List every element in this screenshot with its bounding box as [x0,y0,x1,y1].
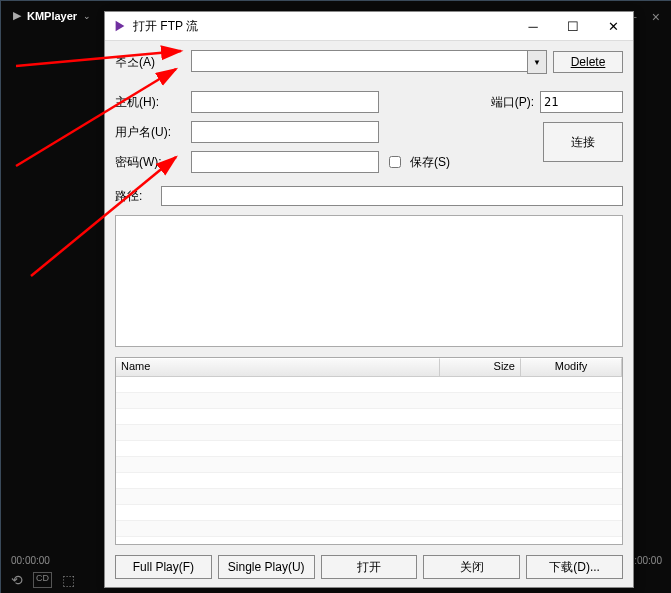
list-item[interactable] [116,393,622,409]
user-label: 用户名(U): [115,124,185,141]
list-item[interactable] [116,441,622,457]
close-dialog-button[interactable]: 关闭 [423,555,520,579]
address-input[interactable] [191,50,527,72]
list-item[interactable] [116,377,622,393]
dropdown-icon[interactable]: ▼ [527,50,547,74]
button-bar: Full Play(F) Single Play(U) 打开 关闭 下载(D).… [115,549,623,579]
open-button[interactable]: 打开 [321,555,418,579]
list-item[interactable] [116,473,622,489]
user-input[interactable] [191,121,379,143]
svg-marker-1 [116,21,125,32]
delete-button[interactable]: Delete [553,51,623,73]
content-area [115,215,623,347]
close-button[interactable]: ✕ [593,12,633,40]
port-label: 端口(P): [491,94,534,111]
chevron-down-icon[interactable]: ⌄ [83,11,91,21]
list-item[interactable] [116,521,622,537]
close-icon[interactable]: × [652,9,660,25]
column-name[interactable]: Name [116,358,440,376]
password-input[interactable] [191,151,379,173]
list-item[interactable] [116,409,622,425]
kmplayer-titlebar: ▶ KMPlayer ⌄ [13,9,91,22]
file-list[interactable]: Name Size Modify [115,357,623,545]
download-button[interactable]: 下载(D)... [526,555,623,579]
list-body[interactable] [116,377,622,544]
list-item[interactable] [116,425,622,441]
address-label: 주소(A) [115,54,185,71]
address-combo[interactable]: ▼ [191,50,547,74]
cc-icon[interactable]: CD [33,572,52,588]
rewind-icon[interactable]: ⟲ [11,572,23,588]
single-play-button[interactable]: Single Play(U) [218,555,315,579]
password-label: 密码(W): [115,154,185,171]
path-display [161,186,623,206]
save-checkbox[interactable] [389,156,401,168]
time-elapsed: 00:00:00 [11,555,50,566]
cube-icon[interactable]: ⬚ [62,572,75,588]
list-item[interactable] [116,505,622,521]
full-play-button[interactable]: Full Play(F) [115,555,212,579]
host-label: 主机(H): [115,94,185,111]
save-label: 保存(S) [410,154,450,171]
dialog-titlebar[interactable]: 打开 FTP 流 ─ ☐ ✕ [105,12,633,41]
column-modify[interactable]: Modify [521,358,622,376]
column-size[interactable]: Size [440,358,521,376]
list-item[interactable] [116,489,622,505]
app-name: KMPlayer [27,10,77,22]
ftp-dialog: 打开 FTP 流 ─ ☐ ✕ 주소(A) ▼ Delete 主机(H): 端口(… [104,11,634,588]
play-icon: ▶ [13,9,21,22]
dialog-title: 打开 FTP 流 [133,18,513,35]
list-item[interactable] [116,457,622,473]
host-input[interactable] [191,91,379,113]
connect-button[interactable]: 连接 [543,122,623,162]
maximize-button[interactable]: ☐ [553,12,593,40]
minimize-button[interactable]: ─ [513,12,553,40]
app-icon [113,19,127,33]
port-input[interactable] [540,91,623,113]
path-label: 路径: [115,188,155,205]
list-header: Name Size Modify [116,358,622,377]
